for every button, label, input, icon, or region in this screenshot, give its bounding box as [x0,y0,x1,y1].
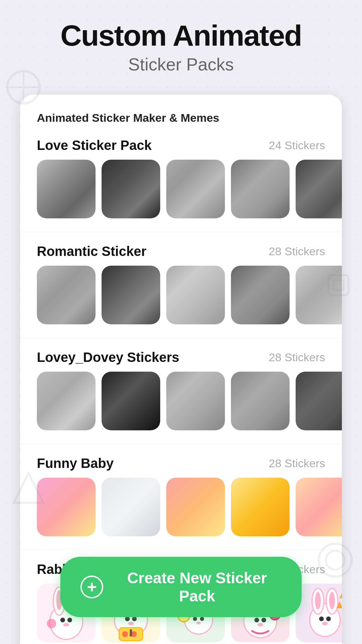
sticker-thumb[interactable] [231,266,290,324]
sticker-thumb[interactable] [102,160,160,218]
sticker-row-romantic [20,266,342,324]
page-header: Custom Animated Sticker Packs [0,0,362,85]
sticker-thumb[interactable] [296,266,342,324]
sticker-thumb[interactable] [296,372,342,430]
sticker-thumb[interactable] [102,266,160,324]
pack-count-romantic: 28 Stickers [269,245,325,258]
pack-name-romantic: Romantic Sticker [37,244,146,259]
svg-rect-28 [130,630,132,637]
create-button-label: Create New Sticker Pack [113,569,282,605]
pack-header-funnybaby: Funny Baby 28 Stickers [20,456,342,478]
sticker-row-funnybaby [20,478,342,536]
pack-header-loveydovey: Lovey_Dovey Stickers 28 Stickers [20,350,342,372]
app-name: Animated Sticker Maker & Memes [20,111,342,138]
page-title-sub: Sticker Packs [13,54,349,74]
pack-name-love: Love Sticker Pack [37,138,152,153]
sticker-thumb[interactable] [102,372,160,430]
sticker-thumb[interactable] [166,160,225,218]
sticker-thumb[interactable] [37,372,96,430]
sticker-thumb[interactable] [37,160,96,218]
create-new-sticker-pack-button[interactable]: + Create New Sticker Pack [60,557,302,617]
pack-header-love: Love Sticker Pack 24 Stickers [20,138,342,160]
svg-point-37 [196,622,201,625]
svg-point-56 [319,616,324,621]
pack-count-loveydovey: 28 Stickers [269,351,325,364]
svg-point-16 [47,619,56,628]
svg-point-35 [193,617,197,621]
sticker-thumb[interactable] [231,160,290,218]
svg-point-13 [60,618,65,623]
sticker-thumb[interactable] [37,266,96,324]
pack-section-loveydovey[interactable]: Lovey_Dovey Stickers 28 Stickers [20,338,342,444]
sticker-thumb[interactable] [166,478,225,536]
sticker-row-love [20,160,342,218]
svg-point-46 [261,618,266,623]
svg-point-15 [63,623,69,627]
svg-point-26 [122,631,128,637]
sticker-thumb[interactable] [166,266,225,324]
sticker-thumb[interactable] [166,372,225,430]
sticker-thumb[interactable] [296,584,342,642]
svg-point-14 [67,618,72,623]
pack-count-love: 24 Stickers [269,139,325,152]
svg-point-23 [132,616,137,621]
sticker-thumb[interactable] [102,478,160,536]
svg-point-54 [315,592,321,610]
sticker-thumb[interactable] [296,478,342,536]
sticker-thumb[interactable] [231,372,290,430]
pack-section-romantic[interactable]: Romantic Sticker 28 Stickers [20,232,342,338]
pack-section-love[interactable]: Love Sticker Pack 24 Stickers [20,138,342,232]
pack-name-funnybaby: Funny Baby [37,456,114,471]
pack-count-funnybaby: 28 Stickers [269,457,325,470]
svg-point-45 [254,618,259,623]
sticker-thumb[interactable] [296,160,342,218]
svg-point-57 [326,616,331,621]
svg-point-22 [125,616,130,621]
svg-point-55 [329,592,335,610]
pack-name-loveydovey: Lovey_Dovey Stickers [37,350,179,365]
svg-point-58 [322,622,328,626]
pack-section-funnybaby[interactable]: Funny Baby 28 Stickers [20,444,342,550]
sticker-thumb[interactable] [231,478,290,536]
sticker-thumb[interactable] [37,478,96,536]
pack-header-romantic: Romantic Sticker 28 Stickers [20,244,342,266]
svg-point-47 [257,623,263,627]
svg-point-24 [128,622,134,626]
sticker-row-loveydovey [20,372,342,430]
svg-point-36 [200,617,204,621]
page-title-main: Custom Animated [13,20,349,51]
create-button-wrapper: + Create New Sticker Pack [60,557,302,617]
plus-icon: + [80,576,103,598]
